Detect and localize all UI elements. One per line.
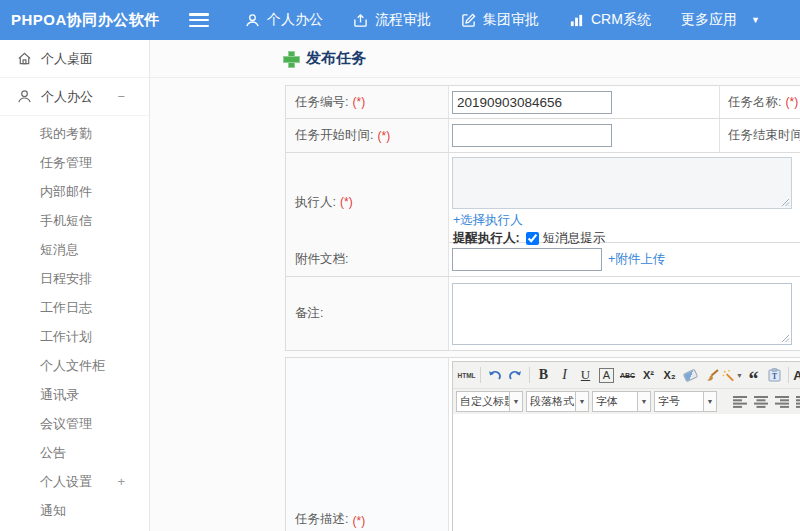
user-icon — [17, 89, 32, 104]
paragraph-format-dropdown[interactable]: 段落格式 ▼ — [526, 391, 589, 412]
resize-grip-icon[interactable] — [781, 198, 790, 207]
sidebar-item-announcement[interactable]: 公告 — [0, 438, 149, 467]
app-logo: PHPOA协同办公软件 — [0, 11, 175, 30]
sidebar-item-personal-office[interactable]: 个人办公 − — [0, 78, 149, 116]
top-nav: 个人办公 流程审批 集团审批 CRM系统 更多应用 ▼ — [245, 11, 790, 29]
sidebar-item-desktop[interactable]: 个人桌面 — [0, 40, 149, 78]
sidebar-item-my-attendance[interactable]: 我的考勤 — [0, 119, 149, 148]
nav-group-approval[interactable]: 集团审批 — [461, 11, 539, 29]
format-brush-button[interactable] — [701, 365, 722, 385]
nav-workflow-approval[interactable]: 流程审批 — [353, 11, 431, 29]
upload-attachment-link[interactable]: +附件上传 — [608, 251, 665, 268]
blockquote-button[interactable]: “ — [743, 365, 764, 385]
resize-grip-icon[interactable] — [781, 334, 790, 343]
sidebar-item-internal-mail[interactable]: 内部邮件 — [0, 177, 149, 206]
row-attachment: 附件文档: +附件上传 — [285, 243, 800, 277]
align-center-button[interactable] — [750, 392, 771, 412]
chevron-down-icon: ▼ — [703, 392, 716, 411]
row-task-number: 任务编号:(*) 任务名称:(*) — [285, 85, 800, 119]
attachment-label: 附件文档: — [286, 243, 449, 276]
bold-button[interactable]: B — [533, 365, 554, 385]
executor-textarea[interactable] — [452, 157, 792, 209]
undo-button[interactable] — [484, 365, 505, 385]
align-right-button[interactable] — [771, 392, 792, 412]
attachment-input[interactable] — [452, 248, 602, 271]
font-size-dropdown[interactable]: 字号 ▼ — [654, 391, 717, 412]
subscript-button[interactable]: X₂ — [659, 365, 680, 385]
sidebar-item-work-plan[interactable]: 工作计划 — [0, 322, 149, 351]
sidebar-item-mobile-sms[interactable]: 手机短信 — [0, 206, 149, 235]
align-center-icon — [754, 396, 768, 408]
choose-executor-link[interactable]: +选择执行人 — [453, 212, 523, 229]
edit-icon — [461, 13, 476, 28]
sidebar-item-schedule[interactable]: 日程安排 — [0, 264, 149, 293]
sidebar-item-task-management[interactable]: 任务管理 — [0, 148, 149, 177]
chevron-down-icon: ▼ — [637, 392, 650, 411]
align-right-icon — [775, 396, 789, 408]
svg-text:T: T — [772, 372, 777, 381]
required-mark: (*) — [352, 514, 365, 528]
sidebar-item-notice[interactable]: 通知 — [0, 496, 149, 525]
menu-toggle-icon[interactable] — [189, 13, 209, 27]
person-icon — [245, 13, 260, 28]
font-color-button[interactable]: A ▼ — [792, 365, 800, 385]
align-left-button[interactable] — [729, 392, 750, 412]
task-description-label: 任务描述:(*) — [286, 358, 449, 531]
font-family-dropdown[interactable]: 字体 ▼ — [592, 391, 651, 412]
start-time-label: 任务开始时间:(*) — [286, 119, 449, 152]
quick-format-button[interactable]: ▼ — [722, 365, 743, 385]
required-mark: (*) — [352, 95, 365, 109]
strikethrough-button[interactable]: ABC — [617, 365, 638, 385]
superscript-button[interactable]: X² — [638, 365, 659, 385]
sidebar-item-short-message[interactable]: 短消息 — [0, 235, 149, 264]
editor-toolbar-row2: 自定义标题 ▼ 段落格式 ▼ 字体 ▼ 字号 ▼ — [453, 388, 800, 414]
paintbrush-icon — [705, 369, 719, 382]
sidebar-item-work-log[interactable]: 工作日志 — [0, 293, 149, 322]
nav-personal-office[interactable]: 个人办公 — [245, 11, 323, 29]
font-style-button[interactable]: A — [596, 365, 617, 385]
redo-icon — [509, 369, 522, 381]
workflow-icon — [353, 13, 368, 28]
undo-icon — [488, 369, 501, 381]
rich-text-editor: HTML B I U A ABC X² — [452, 361, 800, 531]
sidebar-item-contacts[interactable]: 通讯录 — [0, 380, 149, 409]
sidebar-item-meeting-management[interactable]: 会议管理 — [0, 409, 149, 438]
redo-button[interactable] — [505, 365, 526, 385]
paste-from-word-button[interactable]: T — [764, 365, 785, 385]
clipboard-icon: T — [768, 368, 781, 382]
sidebar-item-big-events[interactable]: 大事记 — [0, 525, 149, 531]
executor-label: 执行人:(*) — [286, 153, 449, 251]
remove-format-button[interactable] — [680, 365, 701, 385]
editor-content-area[interactable] — [453, 414, 800, 531]
chevron-down-icon: ▼ — [509, 392, 522, 411]
remark-label: 备注: — [286, 277, 449, 350]
top-header: PHPOA协同办公软件 个人办公 流程审批 集团审批 CRM系统 更多应用 ▼ — [0, 0, 800, 40]
editor-toolbar-row1: HTML B I U A ABC X² — [453, 362, 800, 388]
underline-button[interactable]: U — [575, 365, 596, 385]
expand-icon[interactable]: + — [117, 467, 125, 496]
nav-more-apps[interactable]: 更多应用 ▼ — [681, 11, 760, 29]
home-icon — [17, 51, 32, 66]
remark-textarea[interactable] — [452, 283, 792, 345]
task-number-input[interactable] — [452, 91, 612, 114]
start-time-input[interactable] — [452, 124, 612, 147]
nav-crm-system[interactable]: CRM系统 — [569, 11, 651, 29]
source-code-button[interactable]: HTML — [456, 365, 477, 385]
row-task-description: 任务描述:(*) HTML B I — [285, 357, 800, 531]
eraser-icon — [683, 368, 699, 382]
bar-chart-icon — [569, 13, 584, 28]
row-remark: 备注: — [285, 277, 800, 351]
task-number-label: 任务编号:(*) — [286, 86, 449, 118]
main-content: 发布任务 任务编号:(*) 任务名称:(*) 任务开始时间:(*) — [150, 40, 800, 531]
collapse-icon[interactable]: − — [117, 89, 125, 104]
page-title: 发布任务 — [283, 49, 366, 68]
required-mark: (*) — [785, 95, 798, 109]
custom-title-dropdown[interactable]: 自定义标题 ▼ — [456, 391, 523, 412]
italic-button[interactable]: I — [554, 365, 575, 385]
sidebar-submenu: 我的考勤 任务管理 内部邮件 手机短信 短消息 日程安排 工作日志 工作计划 个… — [0, 116, 149, 531]
row-start-time: 任务开始时间:(*) 任务结束时间:(*) — [285, 119, 800, 153]
sidebar-item-file-cabinet[interactable]: 个人文件柜 — [0, 351, 149, 380]
align-justify-button[interactable] — [792, 392, 800, 412]
sidebar-item-personal-settings[interactable]: 个人设置 + — [0, 467, 149, 496]
chevron-down-icon: ▼ — [736, 372, 743, 379]
